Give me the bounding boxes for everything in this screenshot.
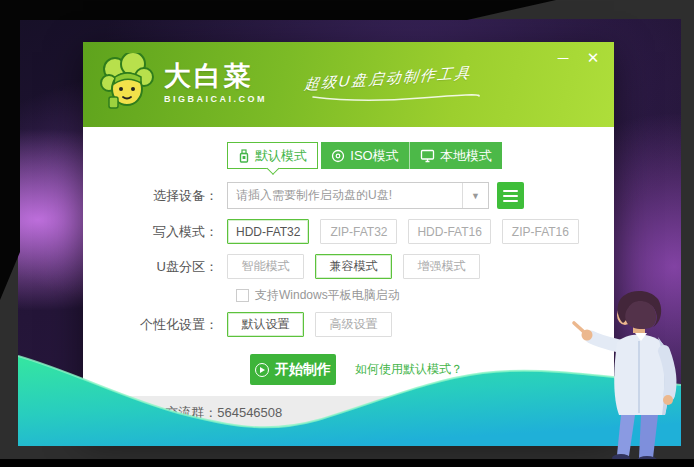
partition-option-enhanced[interactable]: 增强模式: [403, 254, 480, 279]
window-controls: ─ ✕: [554, 49, 602, 67]
device-row: 选择设备： 请插入需要制作启动盘的U盘! ▼: [83, 182, 614, 209]
write-mode-label: 写入模式：: [83, 223, 227, 241]
partition-option-compatible[interactable]: 兼容模式: [315, 254, 392, 279]
device-select[interactable]: 请插入需要制作启动盘的U盘! ▼: [227, 182, 489, 209]
tagline-underline-stroke: [311, 94, 481, 102]
minimize-button[interactable]: ─: [554, 49, 572, 67]
tab-label: 本地模式: [440, 147, 492, 165]
bezel-shadow-bottom: [0, 459, 694, 467]
close-button[interactable]: ✕: [584, 49, 602, 67]
tablet-boot-checkbox[interactable]: [236, 289, 249, 302]
bezel-shadow-left: [0, 0, 20, 300]
app-logo: 大白菜 BIGBAICAI.COM: [99, 53, 267, 111]
tagline-block: 超级U盘启动制作工具: [305, 69, 481, 106]
window-titlebar: 大白菜 BIGBAICAI.COM 超级U盘启动制作工具 ─ ✕: [83, 42, 614, 127]
dropdown-arrow-icon[interactable]: ▼: [462, 183, 488, 208]
tagline-text: 超级U盘启动制作工具: [303, 63, 483, 94]
qq-penguin-icon: [96, 405, 113, 422]
personalization-option-default[interactable]: 默认设置: [227, 312, 304, 337]
tablet-boot-label: 支持Windows平板电脑启动: [255, 287, 400, 304]
play-icon: [255, 363, 269, 377]
device-select-value: 请插入需要制作启动盘的U盘!: [228, 187, 462, 204]
start-button-label: 开始制作: [275, 361, 331, 379]
write-mode-row: 写入模式： HDD-FAT32 ZIP-FAT32 HDD-FAT16 ZIP-…: [83, 219, 614, 244]
write-mode-option-zip-fat32[interactable]: ZIP-FAT32: [320, 219, 397, 244]
start-button[interactable]: 开始制作: [250, 354, 336, 385]
personalization-option-advanced[interactable]: 高级设置: [315, 312, 392, 337]
partition-row: U盘分区： 智能模式 兼容模式 增强模式: [83, 254, 614, 279]
tab-label: ISO模式: [350, 147, 398, 165]
partition-label: U盘分区：: [83, 258, 227, 276]
settings-form: 选择设备： 请插入需要制作启动盘的U盘! ▼ 写入模式： HDD-FAT32 Z…: [83, 169, 614, 385]
device-list-button[interactable]: [497, 182, 524, 209]
usb-drive-icon: [238, 149, 250, 163]
tab-iso-mode[interactable]: ISO模式: [321, 142, 409, 169]
write-mode-option-zip-fat16[interactable]: ZIP-FAT16: [502, 219, 579, 244]
window-footer: 官方QQ交流群：564546508: [83, 396, 614, 430]
write-mode-option-hdd-fat32[interactable]: HDD-FAT32: [227, 219, 309, 244]
partition-option-smart[interactable]: 智能模式: [227, 254, 304, 279]
tablet-boot-row: 支持Windows平板电脑启动: [83, 287, 614, 304]
personalization-label: 个性化设置：: [83, 316, 227, 334]
local-monitor-icon: [420, 149, 435, 163]
write-mode-option-hdd-fat16[interactable]: HDD-FAT16: [408, 219, 490, 244]
brand-block: 大白菜 BIGBAICAI.COM: [164, 61, 267, 104]
action-row: 开始制作 如何使用默认模式？: [83, 354, 614, 385]
brand-domain: BIGBAICAI.COM: [164, 94, 267, 104]
qq-group-text: 官方QQ交流群：564546508: [119, 404, 282, 422]
iso-disc-icon: [331, 149, 345, 163]
cabbage-mascot-icon: [99, 53, 155, 111]
desktop-stage: 大白菜 BIGBAICAI.COM 超级U盘启动制作工具 ─ ✕: [0, 0, 694, 467]
bezel-shadow-top: [0, 0, 556, 20]
personalization-row: 个性化设置： 默认设置 高级设置: [83, 312, 614, 337]
mode-tabs: 默认模式 ISO模式 本地模式: [99, 127, 630, 169]
help-link[interactable]: 如何使用默认模式？: [355, 361, 463, 378]
tab-local-mode[interactable]: 本地模式: [409, 142, 502, 169]
tab-label: 默认模式: [255, 147, 307, 165]
tab-default-mode[interactable]: 默认模式: [227, 142, 318, 169]
brand-name: 大白菜: [164, 61, 267, 91]
bigbaicai-window: 大白菜 BIGBAICAI.COM 超级U盘启动制作工具 ─ ✕: [83, 42, 614, 430]
device-label: 选择设备：: [83, 187, 227, 205]
